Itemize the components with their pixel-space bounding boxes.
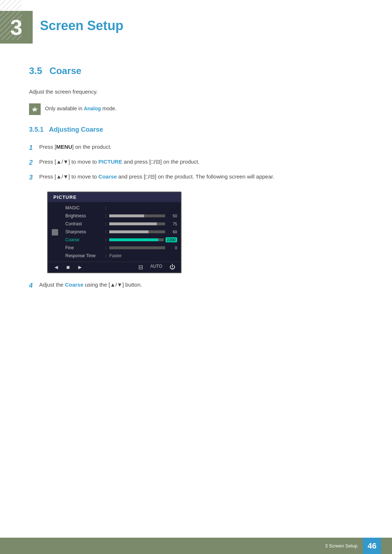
contrast-value: 75 xyxy=(167,222,177,226)
monitor-menu-title: PICTURE xyxy=(48,192,181,202)
chapter-header: 3 Screen Setup xyxy=(0,0,392,51)
step-4: 4 Adjust the Coarse using the [▲/▼] butt… xyxy=(29,280,363,291)
monitor-menu-items: MAGIC : Brightness : 50 Contr xyxy=(62,202,181,262)
footer-page-number: 46 xyxy=(363,538,381,554)
sharpness-bar xyxy=(109,230,165,233)
step-4-number: 4 xyxy=(29,280,39,291)
sharpness-bar-fill xyxy=(109,230,148,233)
brightness-value: 50 xyxy=(167,214,177,218)
section-number: 3.5 xyxy=(29,65,42,77)
step-3-number: 3 xyxy=(29,172,39,183)
monitor-bottom-bar: ◄ ■ ► ⊟ AUTO ⏻ xyxy=(48,262,181,272)
monitor-menu-body: ▦ MAGIC : Brightness : 50 xyxy=(48,202,181,262)
step-1-number: 1 xyxy=(29,143,39,153)
menu-item-response-time-name: Response Time xyxy=(65,253,105,258)
menu-item-fine: Fine : 0 xyxy=(62,244,181,252)
corner-decoration xyxy=(0,0,22,40)
sharpness-value: 60 xyxy=(167,230,177,234)
coarse-bar xyxy=(109,238,163,241)
subsection-heading: 3.5.1 Adjusting Coarse xyxy=(29,126,363,134)
bottom-icon-minus: ■ xyxy=(66,264,70,271)
svg-rect-3 xyxy=(33,110,36,111)
step-3-text: Press [▲/▼] to move to Coarse and press … xyxy=(39,172,274,181)
note-box: Only available in Analog mode. xyxy=(29,103,363,115)
monitor-sidebar: ▦ xyxy=(48,202,62,262)
bottom-icon-plus: ► xyxy=(77,264,83,271)
note-text: Only available in Analog mode. xyxy=(45,103,117,111)
menu-item-sharpness-name: Sharpness xyxy=(65,229,105,234)
main-content: 3.5 Coarse Adjust the screen frequency. … xyxy=(0,51,392,329)
steps-list: 1 Press [MENU] on the product. 2 Press [… xyxy=(29,143,363,182)
bottom-bar-right-icons: ⊟ AUTO ⏻ xyxy=(138,264,175,271)
subsection-number: 3.5.1 xyxy=(29,126,44,134)
coarse-bar-fill xyxy=(109,238,158,241)
step-2-text: Press [▲/▼] to move to PICTURE and press… xyxy=(39,157,200,166)
menu-item-brightness-name: Brightness xyxy=(65,213,105,218)
step-4-text: Adjust the Coarse using the [▲/▼] button… xyxy=(39,280,142,289)
menu-item-contrast: Contrast : 75 xyxy=(62,220,181,228)
brightness-bar-fill xyxy=(109,214,144,217)
note-icon xyxy=(29,103,41,115)
menu-item-sharpness: Sharpness : 60 xyxy=(62,228,181,236)
step-3: 3 Press [▲/▼] to move to Coarse and pres… xyxy=(29,172,363,183)
step-1: 1 Press [MENU] on the product. xyxy=(29,143,363,153)
fine-bar xyxy=(109,246,165,249)
step-2: 2 Press [▲/▼] to move to PICTURE and pre… xyxy=(29,157,363,168)
section-heading: 3.5 Coarse xyxy=(29,65,363,77)
section-title: Coarse xyxy=(49,65,81,77)
menu-item-coarse-name: Coarse xyxy=(65,237,105,242)
menu-item-response-time: Response Time : Faster xyxy=(62,252,181,260)
svg-rect-1 xyxy=(0,0,22,40)
brightness-bar xyxy=(109,214,165,217)
bottom-icon-screen: ⊟ xyxy=(138,264,143,271)
menu-item-magic: MAGIC : xyxy=(62,204,181,212)
section-description: Adjust the screen frequency. xyxy=(29,87,363,96)
monitor-sidebar-icon: ▦ xyxy=(51,227,59,237)
sharpness-bar-container: 60 xyxy=(109,230,177,234)
bottom-icon-auto: AUTO xyxy=(150,264,162,271)
menu-item-brightness: Brightness : 50 xyxy=(62,212,181,220)
svg-rect-2 xyxy=(33,109,37,110)
coarse-bar-container: 2200 xyxy=(109,237,177,242)
response-time-value: Faster xyxy=(109,253,122,258)
bottom-icon-power: ⏻ xyxy=(170,264,175,271)
page-footer: 3 Screen Setup 46 xyxy=(0,538,392,554)
step-1-text: Press [MENU] on the product. xyxy=(39,143,111,151)
menu-item-magic-name: MAGIC xyxy=(65,205,105,210)
menu-item-fine-name: Fine xyxy=(65,245,105,250)
contrast-bar-fill xyxy=(109,222,157,225)
footer-section-label: 3 Screen Setup xyxy=(325,543,358,549)
contrast-bar-container: 75 xyxy=(109,222,177,226)
coarse-value: 2200 xyxy=(166,237,177,242)
menu-item-coarse: Coarse : 2200 xyxy=(62,236,181,244)
brightness-bar-container: 50 xyxy=(109,214,177,218)
bottom-bar-icons: ◄ ■ ► xyxy=(53,264,83,271)
menu-item-contrast-name: Contrast xyxy=(65,221,105,226)
subsection-title: Adjusting Coarse xyxy=(49,126,103,134)
step-2-number: 2 xyxy=(29,157,39,168)
monitor-screenshot: PICTURE ▦ MAGIC : Brightness : xyxy=(47,192,181,273)
fine-bar-container: 0 xyxy=(109,246,177,250)
steps-list-2: 4 Adjust the Coarse using the [▲/▼] butt… xyxy=(29,280,363,291)
bottom-icon-left: ◄ xyxy=(53,264,59,271)
chapter-title: Screen Setup xyxy=(40,11,123,33)
contrast-bar xyxy=(109,222,165,225)
fine-value: 0 xyxy=(167,246,177,250)
